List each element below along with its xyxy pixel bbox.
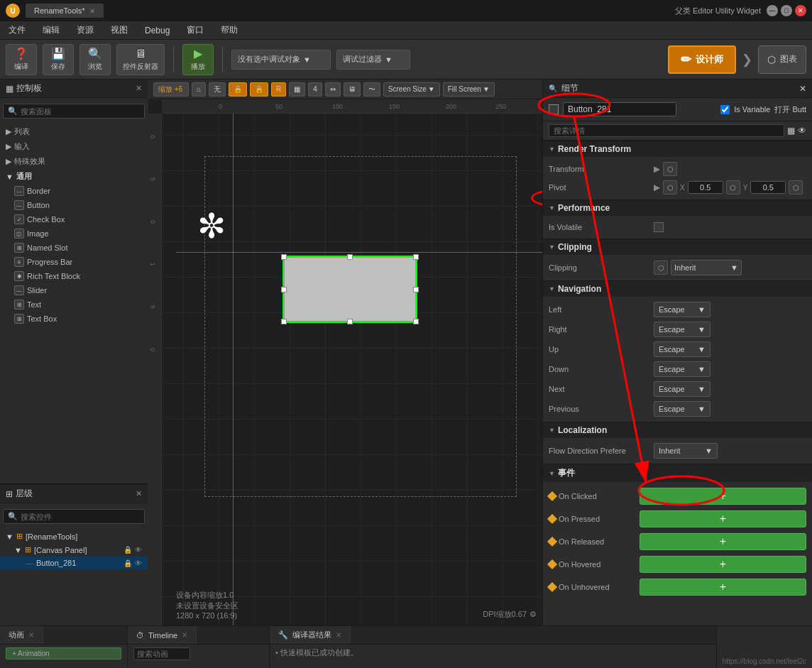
event-unhovered-add-button[interactable]: + [640,579,806,596]
category-common[interactable]: ▼ 通用 [0,169,148,184]
handle-mr[interactable] [413,287,419,292]
prop-previous-dropdown[interactable]: Escape ▼ [654,401,710,417]
save-button[interactable]: 💾 保存 [43,44,74,75]
widget-enable-checkbox[interactable] [549,104,559,114]
prop-pivot-x-binding[interactable]: ⬡ [726,180,740,195]
handle-bl[interactable] [281,319,287,324]
widget-border[interactable]: — Border [0,184,148,198]
prop-left-dropdown[interactable]: Escape ▼ [654,302,710,317]
menu-help[interactable]: 帮助 [218,23,241,38]
event-released-add-button[interactable]: + [640,533,806,550]
button-widget[interactable] [282,256,417,323]
maximize-button[interactable]: □ [781,5,792,16]
palette-search-box[interactable]: 🔍 [3,104,145,119]
debug-filter-dropdown[interactable]: 调试过滤器 ▼ [336,50,410,70]
prop-next-dropdown[interactable]: Escape ▼ [654,381,710,397]
layer-button-eye[interactable]: 👁 [135,559,142,567]
event-hovered-add-button[interactable]: + [640,556,806,573]
is-variable-checkbox[interactable] [720,105,730,114]
prop-volatile-checkbox[interactable] [654,222,664,232]
prop-clipping-binding[interactable]: ⬡ [654,261,668,275]
category-input[interactable]: ▶ 输入 [0,139,148,154]
widget-slider[interactable]: — Slider [0,283,148,297]
prop-right-dropdown[interactable]: Escape ▼ [654,322,710,337]
widget-checkbox[interactable]: ✓ Check Box [0,212,148,226]
event-pressed-add-button[interactable]: + [640,510,806,527]
canvas-none-button[interactable]: 无 [209,82,226,97]
menu-debug[interactable]: Debug [142,24,172,37]
title-tab-close[interactable]: ✕ [89,7,95,15]
layer-canvas[interactable]: ▼ ⊞ [Canvas Panel] 🔒 👁 [0,543,148,557]
category-list[interactable]: ▶ 列表 [0,124,148,139]
section-localization[interactable]: ▼ Localization [543,422,812,438]
section-render-transform[interactable]: ▼ Render Transform [543,141,812,157]
prop-pivot-y-input[interactable] [750,181,786,194]
layer-button[interactable]: — Button_281 🔒 👁 [0,557,148,569]
section-navigation[interactable]: ▼ Navigation [543,280,812,297]
prop-up-dropdown[interactable]: Escape ▼ [654,341,710,357]
canvas-lock-button[interactable]: 🔒 [229,82,247,97]
details-grid-icon[interactable]: ▦ [787,126,795,136]
close-button[interactable]: ✕ [795,5,806,16]
canvas-wave-button[interactable]: 〜 [363,82,380,97]
widget-progress-bar[interactable]: ≡ Progress Bar [0,255,148,269]
widget-image[interactable]: ◫ Image [0,226,148,241]
zoom-display[interactable]: 缩放 +6 [153,82,189,97]
details-search-input[interactable] [549,124,784,137]
compile-button[interactable]: ❓ 编译 [6,44,37,75]
title-tab[interactable]: RenameTools* ✕ [26,4,104,18]
handle-tr[interactable] [413,254,419,260]
widget-name-input[interactable] [563,102,676,116]
details-close-button[interactable]: ✕ [799,84,806,94]
handle-ml[interactable] [281,287,287,292]
animation-search-input[interactable] [133,647,190,660]
section-events[interactable]: ▼ 事件 [543,464,812,482]
menu-edit[interactable]: 编辑 [40,23,62,38]
handle-bc[interactable] [347,319,353,324]
category-effects[interactable]: ▶ 特殊效果 [0,154,148,169]
menu-view[interactable]: 视图 [108,23,131,38]
minimize-button[interactable]: — [767,5,778,16]
event-clicked-add-button[interactable]: + [640,488,806,505]
palette-close-button[interactable]: ✕ [136,84,142,93]
add-animation-button[interactable]: + Animation [6,647,121,659]
fill-screen-dropdown[interactable]: Fill Screen ▼ [443,82,495,97]
layer-root[interactable]: ▼ ⊞ [RenameTools] [0,530,148,543]
section-performance[interactable]: ▼ Performance [543,199,812,216]
canvas-home-button[interactable]: ⌂ [192,82,206,97]
prop-flow-dir-dropdown[interactable]: Inherit ▼ [654,443,718,459]
layers-close-button[interactable]: ✕ [136,489,142,498]
prop-clipping-dropdown[interactable]: Inherit ▼ [671,260,742,275]
prop-down-dropdown[interactable]: Escape ▼ [654,361,710,377]
widget-named-slot[interactable]: ⊞ Named Slot [0,241,148,255]
open-button[interactable]: 打开 Butt [774,104,806,115]
widget-rich-text[interactable]: ✱ Rich Text Block [0,269,148,283]
widget-button[interactable]: — Button [0,198,148,212]
layers-search-input[interactable] [21,513,140,521]
debug-target-dropdown[interactable]: 没有选中调试对象 ▼ [231,50,331,70]
compiler-tab[interactable]: 🔧 编译器结果 ✕ [270,626,351,644]
prop-pivot-binding[interactable]: ⬡ [663,180,677,195]
prop-transform-binding[interactable]: ⬡ [663,162,677,176]
canvas-lock2-button[interactable]: 🔒 [250,82,268,97]
browse-button[interactable]: 🔍 浏览 [79,44,111,75]
handle-br[interactable] [413,319,419,324]
screen-size-dropdown[interactable]: Screen Size ▼ [383,82,440,97]
play-button[interactable]: ▶ 播放 [182,44,214,75]
layer-canvas-lock[interactable]: 🔒 [124,546,132,554]
widget-textbox[interactable]: ⊞ Text Box [0,312,148,326]
designer-button[interactable]: ✏ 设计师 [668,45,736,74]
handle-tl[interactable] [281,254,287,260]
prop-pivot-y-binding[interactable]: ⬡ [789,180,803,195]
layer-canvas-eye[interactable]: 👁 [135,546,142,554]
canvas-grid-button[interactable]: ▦ [289,82,305,97]
canvas-dpi-settings-icon[interactable]: ⚙ [530,610,537,619]
animation-tab-close[interactable]: ✕ [28,631,34,639]
timeline-tab-close[interactable]: ✕ [182,631,187,639]
canvas-4-button[interactable]: 4 [308,82,322,97]
menu-window[interactable]: 窗口 [184,23,207,38]
details-eye-icon[interactable]: 👁 [798,126,806,136]
layer-button-lock[interactable]: 🔒 [124,559,132,567]
handle-tc[interactable] [347,254,353,260]
menu-file[interactable]: 文件 [6,23,28,38]
